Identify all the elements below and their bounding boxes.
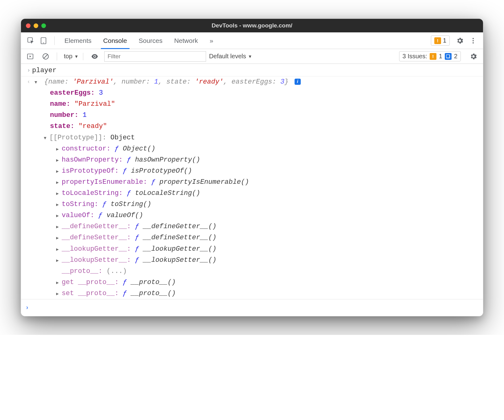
toolbar-separator xyxy=(57,52,57,60)
warning-icon: ! xyxy=(430,53,436,60)
log-levels-selector[interactable]: Default levels ▼ xyxy=(209,53,252,60)
issues-warn-count: 1 xyxy=(439,53,442,60)
object-info-icon[interactable]: i xyxy=(295,79,301,85)
device-toggle-icon[interactable] xyxy=(38,35,50,46)
input-expression: player xyxy=(32,65,56,76)
expand-toggle-icon[interactable] xyxy=(56,291,62,298)
expand-toggle-icon[interactable] xyxy=(56,257,62,264)
maximize-window-button[interactable] xyxy=(41,23,46,28)
sidebar-toggle-icon[interactable] xyxy=(24,51,36,62)
settings-icon[interactable] xyxy=(453,35,466,47)
object-property[interactable]: state: "ready" xyxy=(21,121,483,132)
window-title: DevTools - www.google.com/ xyxy=(21,22,483,29)
output-chevron-icon: ‹ xyxy=(25,77,32,86)
inspect-element-icon[interactable] xyxy=(25,35,37,46)
expand-toggle-icon[interactable] xyxy=(56,235,62,242)
expand-toggle-icon[interactable] xyxy=(56,213,62,220)
warning-icon: ! xyxy=(434,37,441,44)
devtools-window: DevTools - www.google.com/ Elements Cons… xyxy=(21,19,483,316)
filter-input[interactable] xyxy=(104,51,206,62)
expand-toggle-icon[interactable] xyxy=(35,79,40,86)
tab-console[interactable]: Console xyxy=(98,33,133,49)
expand-toggle-icon[interactable] xyxy=(56,179,62,186)
expand-toggle-icon[interactable] xyxy=(56,191,62,197)
prototype-property[interactable]: hasOwnProperty: ƒ hasOwnProperty() xyxy=(21,154,483,166)
warnings-count: 1 xyxy=(443,37,446,44)
prototype-property[interactable]: get __proto__: ƒ __proto__() xyxy=(21,277,483,288)
expand-toggle-icon[interactable] xyxy=(56,246,62,253)
expand-toggle-icon[interactable] xyxy=(44,135,49,142)
toolbar-separator xyxy=(54,36,55,45)
expand-toggle-icon[interactable] xyxy=(56,146,62,153)
prototype-section[interactable]: [[Prototype]]: Object xyxy=(21,132,483,143)
svg-point-4 xyxy=(473,40,474,41)
clear-console-icon[interactable] xyxy=(39,51,52,62)
levels-label: Default levels xyxy=(209,53,246,60)
prototype-property[interactable]: toString: ƒ toString() xyxy=(21,199,483,210)
kebab-menu-icon[interactable] xyxy=(467,35,479,46)
prototype-property[interactable]: toLocaleString: ƒ toLocaleString() xyxy=(21,188,483,199)
console-prompt-row[interactable]: › xyxy=(21,299,483,316)
tab-more[interactable]: » xyxy=(204,33,219,49)
console-toolbar: top ▼ Default levels ▼ 3 Issues: ! 1 ❑ 2 xyxy=(21,49,483,64)
object-property[interactable]: easterEggs: 3 xyxy=(21,88,483,99)
prototype-property[interactable]: __defineGetter__: ƒ __defineGetter__() xyxy=(21,221,483,232)
expand-toggle-icon[interactable] xyxy=(56,157,62,164)
console-input-echo: › player xyxy=(21,65,483,76)
svg-point-5 xyxy=(473,42,474,43)
issues-button[interactable]: 3 Issues: ! 1 ❑ 2 xyxy=(399,51,461,61)
prototype-property[interactable]: isPrototypeOf: ƒ isPrototypeOf() xyxy=(21,166,483,177)
prototype-property[interactable]: constructor: ƒ Object() xyxy=(21,143,483,154)
svg-line-8 xyxy=(44,55,48,58)
expand-toggle-icon[interactable] xyxy=(56,224,62,231)
object-property[interactable]: number: 1 xyxy=(21,110,483,121)
console-result-row[interactable]: ‹ {name: 'Parzival', number: 1, state: '… xyxy=(21,76,483,88)
chevron-down-icon: ▼ xyxy=(74,54,79,59)
tab-network[interactable]: Network xyxy=(169,33,204,49)
context-selector[interactable]: top ▼ xyxy=(62,52,85,61)
expand-toggle-icon[interactable] xyxy=(56,168,62,175)
prototype-property[interactable]: __defineSetter__: ƒ __defineSetter__() xyxy=(21,232,483,243)
chevron-down-icon: ▼ xyxy=(248,54,252,59)
console-settings-icon[interactable] xyxy=(467,51,480,62)
window-controls xyxy=(26,23,46,28)
object-property[interactable]: name: "Parzival" xyxy=(21,99,483,110)
close-window-button[interactable] xyxy=(26,23,31,28)
titlebar: DevTools - www.google.com/ xyxy=(21,19,483,32)
main-toolbar: Elements Console Sources Network » ! 1 xyxy=(21,32,483,49)
prototype-property[interactable]: __lookupGetter__: ƒ __lookupGetter__() xyxy=(21,244,483,255)
console-output: › player ‹ {name: 'Parzival', number: 1,… xyxy=(21,64,483,316)
minimize-window-button[interactable] xyxy=(34,23,38,28)
object-preview: {name: 'Parzival', number: 1, state: 're… xyxy=(44,78,292,86)
context-label: top xyxy=(64,53,72,60)
issues-label: 3 Issues: xyxy=(403,53,427,60)
tab-elements[interactable]: Elements xyxy=(59,33,97,49)
issues-info-count: 2 xyxy=(454,53,457,60)
expand-toggle-icon[interactable] xyxy=(56,202,62,208)
prompt-chevron-icon: › xyxy=(25,304,29,311)
input-chevron-icon: › xyxy=(25,65,32,75)
prototype-property[interactable]: set __proto__: ƒ __proto__() xyxy=(21,288,483,299)
live-expression-icon[interactable] xyxy=(88,51,101,62)
info-icon: ❑ xyxy=(445,53,452,60)
prototype-property[interactable]: propertyIsEnumerable: ƒ propertyIsEnumer… xyxy=(21,177,483,188)
warnings-badge[interactable]: ! 1 xyxy=(431,35,450,46)
prototype-property[interactable]: __lookupSetter__: ƒ __lookupSetter__() xyxy=(21,255,483,266)
expand-toggle-icon[interactable] xyxy=(56,280,62,286)
tab-sources[interactable]: Sources xyxy=(133,33,168,49)
prototype-property[interactable]: __proto__: (...) xyxy=(21,266,483,277)
prototype-property[interactable]: valueOf: ƒ valueOf() xyxy=(21,210,483,221)
svg-point-3 xyxy=(473,38,474,39)
